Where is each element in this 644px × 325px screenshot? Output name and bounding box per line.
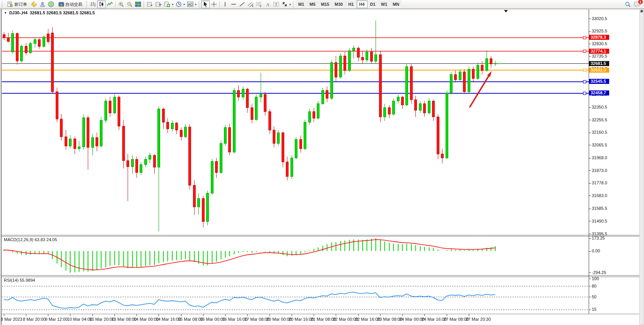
tile-windows-button[interactable] xyxy=(134,0,142,8)
auto-trading-button[interactable]: 自动交易 xyxy=(55,0,85,8)
arrows-shapes-icon xyxy=(282,1,288,7)
add-indicator-icon xyxy=(164,1,170,7)
search-icon[interactable] xyxy=(625,1,631,7)
new-order-icon xyxy=(7,1,13,7)
price-level-label[interactable]: 32878.3 xyxy=(589,35,609,40)
text-button[interactable]: A xyxy=(263,0,272,8)
toolbar-separator xyxy=(115,1,116,8)
timeframe-group: M1M5M15M30H1H4D1W1MN xyxy=(296,0,402,8)
timeframe-m1[interactable]: M1 xyxy=(296,0,307,8)
time-axis-label: 27 Mar 08:00 xyxy=(444,317,469,322)
indicator-list-button[interactable] xyxy=(154,0,163,8)
zoom-in-button[interactable] xyxy=(117,0,125,8)
template-button[interactable]: ▾ xyxy=(186,0,198,8)
chevron-down-icon: ▾ xyxy=(289,3,291,6)
line-chart-button[interactable] xyxy=(106,0,114,8)
time-axis-label: 16 Mar 00:00 xyxy=(200,317,225,322)
line-chart-icon xyxy=(107,1,113,7)
cursor-button[interactable] xyxy=(201,0,210,8)
gold-chart-icon xyxy=(31,1,37,7)
price-level-label[interactable]: 32632.3 xyxy=(589,68,609,73)
svg-text:F: F xyxy=(260,5,261,7)
svg-text:T: T xyxy=(275,2,278,7)
rsi-tick-label: 100 xyxy=(592,276,599,281)
data-window-button[interactable] xyxy=(146,0,154,8)
price-tick-label: 32830.5 xyxy=(592,41,607,46)
auto-trading-label: 自动交易 xyxy=(65,2,82,7)
time-axis-label: 17 Mar 08:00 xyxy=(244,317,270,322)
chart-menu-icon[interactable]: ▼ xyxy=(4,11,7,15)
toolbar-grip[interactable] xyxy=(143,1,144,7)
time-axis-label: 20 Mar 00:00 xyxy=(266,317,292,322)
time-axis-label: 24 Mar 16:00 xyxy=(422,317,447,322)
price-level-label[interactable]: 32545.5 xyxy=(589,79,609,84)
cursor-icon xyxy=(202,1,208,7)
zoom-in-icon xyxy=(118,1,124,7)
timeframe-m15[interactable]: M15 xyxy=(318,0,332,8)
timeframe-d1[interactable]: D1 xyxy=(367,0,378,8)
chart-symbol-period: DJ30-,H4 xyxy=(9,10,27,15)
vertical-line-icon xyxy=(222,1,228,7)
profile-button[interactable] xyxy=(38,0,47,8)
timeframe-mn[interactable]: MN xyxy=(390,0,402,8)
trendline-icon xyxy=(239,1,245,7)
toolbar-grip[interactable] xyxy=(2,1,3,7)
chevron-down-icon: ▾ xyxy=(195,3,196,6)
svg-text:E: E xyxy=(252,5,254,7)
add-indicator-button[interactable]: ▾ xyxy=(163,0,174,8)
notifications-icon[interactable]: 1 xyxy=(633,1,641,7)
chart-ohlc-quote: 32681.5 32681.5 32681.5 32681.5 xyxy=(30,10,95,15)
rsi-label: RSI(14) 55.9894 xyxy=(4,278,35,282)
chart-title: ▼ DJ30-,H4 32681.5 32681.5 32681.5 32681… xyxy=(4,10,95,15)
signal-button[interactable] xyxy=(47,0,55,8)
chart-canvas[interactable] xyxy=(0,9,644,325)
vertical-line-button[interactable] xyxy=(221,0,229,8)
price-tick-label: 33020.5 xyxy=(592,16,607,21)
time-axis-label: 8 Mar 2023 xyxy=(1,317,22,322)
price-tick-label: 32065.5 xyxy=(592,143,607,148)
charts-button[interactable] xyxy=(30,0,38,8)
timeframe-h4[interactable]: H4 xyxy=(357,0,367,8)
price-tick-label: 31683.0 xyxy=(592,193,607,198)
time-axis-label: 27 Mar 20:30 xyxy=(466,317,491,322)
crosshair-button[interactable] xyxy=(210,0,218,8)
toolbar-grip[interactable] xyxy=(86,1,87,7)
new-order-button[interactable]: 新订单 xyxy=(4,0,30,8)
price-tick-label: 32255.5 xyxy=(592,117,607,123)
price-tick-label: 31968.0 xyxy=(592,155,607,160)
timeframe-m5[interactable]: M5 xyxy=(307,0,318,8)
toolbar-grip[interactable] xyxy=(198,1,200,7)
toolbar-grip[interactable] xyxy=(293,1,294,7)
horizontal-line-icon xyxy=(231,1,237,7)
bar-chart-icon xyxy=(90,1,96,7)
time-axis-label: 22 Mar 16:00 xyxy=(355,317,380,322)
trendline-button[interactable] xyxy=(238,0,246,8)
price-level-label[interactable]: 32774.1 xyxy=(589,49,609,54)
time-axis-label: 10 Mar 20:00 xyxy=(89,317,114,322)
timeframe-w1[interactable]: W1 xyxy=(378,0,390,8)
time-axis-label: 23 Mar 08:00 xyxy=(377,317,402,322)
timeframe-m30[interactable]: M30 xyxy=(332,0,345,8)
auto-trading-icon xyxy=(58,1,64,7)
time-axis-label: 21 Mar 08:00 xyxy=(311,317,336,322)
horizontal-line-button[interactable] xyxy=(229,0,238,8)
candlestick-chart-button[interactable] xyxy=(97,0,106,8)
period-button[interactable]: ▾ xyxy=(174,0,186,8)
zoom-out-button[interactable] xyxy=(125,0,134,8)
arrows-shapes-button[interactable]: ▾ xyxy=(280,0,292,8)
timeframe-h1[interactable]: H1 xyxy=(345,0,356,8)
price-tick-label: 31778.0 xyxy=(592,180,607,185)
time-axis-label: 24 Mar 00:00 xyxy=(400,317,425,322)
price-level-label[interactable]: 32458.7 xyxy=(589,90,609,95)
data-window-icon xyxy=(147,1,153,7)
fibonacci-icon: F xyxy=(256,1,262,7)
clock-icon xyxy=(176,1,182,7)
equidistant-channel-button[interactable]: E xyxy=(246,0,255,8)
bar-chart-button[interactable] xyxy=(89,0,97,8)
price-level-label[interactable]: 32681.5 xyxy=(589,61,609,66)
fibonacci-button[interactable]: F xyxy=(255,0,263,8)
text-label-button[interactable]: T xyxy=(272,0,280,8)
macd-tick-label: 173.25 xyxy=(592,236,605,241)
price-tick-label: 32925.5 xyxy=(592,29,607,34)
text-icon: A xyxy=(265,1,271,7)
